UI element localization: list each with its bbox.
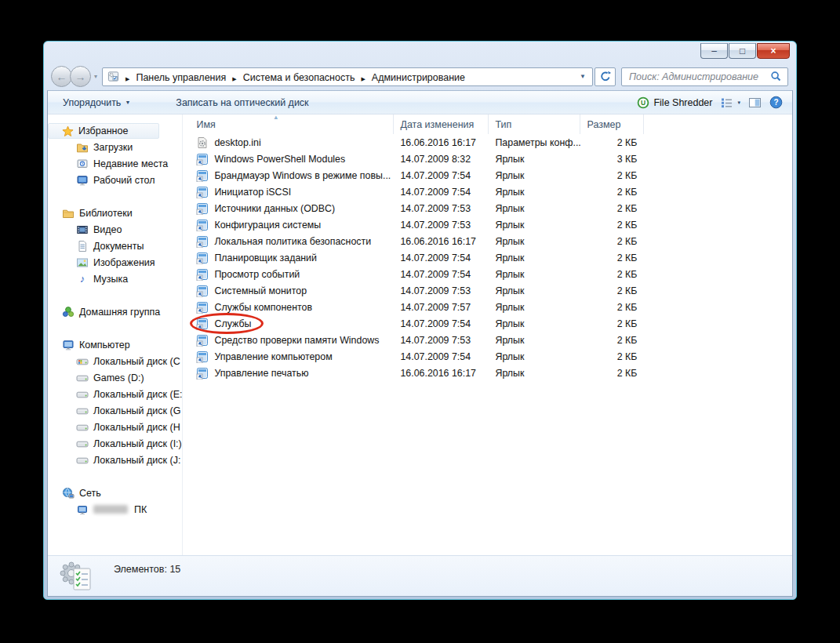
file-date-cell: 14.07.2009 7:54 [394, 170, 489, 181]
video-icon [76, 223, 89, 236]
file-name-cell[interactable]: Просмотр событий [183, 268, 394, 281]
maximize-button[interactable]: □ [729, 43, 756, 59]
table-row[interactable]: Планировщик заданий14.07.2009 7:54Ярлык2… [183, 249, 792, 266]
sidebar-item-folder-download[interactable]: Загрузки [48, 139, 182, 155]
breadcrumb-item[interactable]: Система и безопасность [243, 72, 355, 83]
pictures-icon [76, 256, 89, 269]
column-header-0[interactable]: Имя [183, 114, 394, 134]
table-row[interactable]: Просмотр событий14.07.2009 7:54Ярлык2 КБ [183, 266, 792, 282]
file-name-cell[interactable]: desktop.ini [183, 136, 394, 149]
sidebar-item-recent-places[interactable]: Недавние места [48, 155, 182, 172]
file-name-cell[interactable]: Средство проверки памяти Windows [183, 334, 394, 347]
forward-button[interactable]: → [70, 66, 91, 87]
back-button[interactable]: ← [51, 66, 72, 87]
refresh-button[interactable] [595, 67, 616, 86]
sidebar-item-workstation[interactable]: ПК [48, 501, 182, 518]
chevron-down-icon: ▼ [125, 100, 130, 105]
search-input[interactable] [627, 71, 770, 83]
table-row[interactable]: Брандмауэр Windows в режиме повы...14.07… [183, 167, 792, 183]
help-button[interactable]: ? [769, 96, 783, 109]
titlebar[interactable]: – □ × [44, 42, 796, 66]
document-icon [76, 240, 89, 252]
file-name-cell[interactable]: Локальная политика безопасности [183, 235, 394, 248]
breadcrumb-separator-icon[interactable]: ▶ [361, 76, 365, 82]
main-area: ИзбранноеЗагрузкиНедавние местаРабочий с… [48, 114, 792, 555]
sidebar-item-drive[interactable]: Локальный диск (J: [48, 452, 182, 468]
file-name-cell[interactable]: Конфигурация системы [183, 219, 394, 231]
file-name-cell[interactable]: Инициатор iSCSI [183, 186, 394, 198]
sidebar-item-computer[interactable]: Компьютер [48, 336, 182, 353]
sidebar-item-document[interactable]: Документы [48, 238, 182, 254]
file-name-cell[interactable]: Источники данных (ODBC) [183, 202, 394, 215]
shortcut-icon [196, 268, 209, 281]
shortcut-icon [196, 186, 209, 198]
table-row[interactable]: desktop.ini16.06.2016 16:17Параметры кон… [183, 134, 792, 151]
file-name-cell[interactable]: Windows PowerShell Modules [183, 153, 394, 165]
file-shredder-button[interactable]: U File Shredder [637, 96, 712, 109]
file-name-label: Службы компонентов [214, 302, 312, 313]
back-icon: ← [56, 71, 67, 83]
table-row[interactable]: Службы14.07.2009 7:54Ярлык2 КБ [183, 315, 792, 332]
sidebar-item-drive[interactable]: Локальный диск (I:) [48, 435, 182, 452]
breadcrumb-separator-icon[interactable]: ▶ [125, 76, 129, 82]
table-row[interactable]: Локальная политика безопасности16.06.201… [183, 233, 792, 249]
views-button[interactable]: ▾ [720, 96, 740, 109]
sidebar-item-drive-system[interactable]: Локальный диск (C [48, 353, 182, 369]
organize-label: Упорядочить [63, 97, 121, 108]
sidebar-item-drive[interactable]: Локальный диск (G [48, 402, 182, 419]
column-header-2[interactable]: Тип [489, 114, 580, 134]
close-button[interactable]: × [757, 43, 790, 59]
column-header-1[interactable]: Дата изменения [394, 114, 489, 134]
file-name-cell[interactable]: Планировщик заданий [183, 252, 394, 264]
search-icon[interactable] [770, 71, 782, 82]
table-row[interactable]: Управление компьютером14.07.2009 7:54Ярл… [183, 348, 792, 365]
sidebar-item-libraries[interactable]: Библиотеки [48, 205, 182, 221]
table-row[interactable]: Системный монитор14.07.2009 7:53Ярлык2 К… [183, 282, 792, 299]
libraries-icon [62, 207, 75, 220]
table-row[interactable]: Конфигурация системы14.07.2009 7:53Ярлык… [183, 216, 792, 233]
organize-button[interactable]: Упорядочить ▼ [63, 97, 130, 108]
sidebar-item-drive[interactable]: Games (D:) [48, 369, 182, 386]
file-name-cell[interactable]: Управление компьютером [183, 351, 394, 363]
file-name-cell[interactable]: Управление печатью [183, 367, 394, 380]
file-name-cell[interactable]: Брандмауэр Windows в режиме повы... [183, 169, 394, 182]
preview-pane-button[interactable] [748, 96, 762, 109]
file-date-cell: 14.07.2009 7:54 [394, 269, 489, 280]
burn-disc-button[interactable]: Записать на оптический диск [176, 97, 308, 108]
table-row[interactable]: Источники данных (ODBC)14.07.2009 7:53Яр… [183, 200, 792, 216]
breadcrumb-item[interactable]: Панель управления [136, 72, 226, 83]
file-date-cell: 14.07.2009 7:53 [394, 285, 489, 296]
table-row[interactable]: Средство проверки памяти Windows14.07.20… [183, 332, 792, 348]
sidebar-item-music[interactable]: ♪Музыка [48, 271, 182, 287]
file-date-cell: 14.07.2009 7:54 [394, 351, 489, 362]
table-row[interactable]: Инициатор iSCSI14.07.2009 7:54Ярлык2 КБ [183, 183, 792, 200]
toolbar-right-group: U File Shredder ▾ ? [637, 96, 783, 109]
file-name-cell[interactable]: Службы компонентов [183, 301, 394, 314]
column-header-3[interactable]: Размер [580, 114, 644, 134]
address-dropdown-icon[interactable]: ▼ [580, 73, 587, 80]
file-type-cell: Ярлык [489, 318, 580, 329]
sidebar-item-video[interactable]: Видео [48, 221, 182, 238]
sidebar-item-pictures[interactable]: Изображения [48, 254, 182, 271]
file-name-label: Средство проверки памяти Windows [214, 335, 379, 346]
sidebar-item-homegroup[interactable]: Домашняя группа [48, 303, 182, 320]
table-row[interactable]: Управление печатью16.06.2016 16:17Ярлык2… [183, 365, 792, 381]
breadcrumb-item[interactable]: Администрирование [372, 72, 465, 83]
sidebar-item-drive[interactable]: Локальный диск (E: [48, 386, 182, 402]
address-bar[interactable]: ▶Панель управления▶Система и безопасност… [102, 67, 593, 86]
sidebar-item-drive[interactable]: Локальный диск (H [48, 419, 182, 435]
breadcrumb-separator-icon[interactable]: ▶ [232, 76, 236, 82]
file-date-cell: 14.07.2009 7:54 [394, 252, 489, 263]
table-row[interactable]: Windows PowerShell Modules14.07.2009 8:3… [183, 151, 792, 167]
minimize-button[interactable]: – [700, 43, 728, 59]
file-name-cell[interactable]: Системный монитор [183, 285, 394, 297]
table-row[interactable]: Службы компонентов14.07.2009 7:57Ярлык2 … [183, 299, 792, 315]
file-date-cell: 14.07.2009 7:54 [394, 318, 489, 329]
recent-pages-dropdown[interactable]: ▾ [94, 73, 97, 80]
burn-disc-label: Записать на оптический диск [176, 97, 308, 108]
sidebar-item-network[interactable]: Сеть [48, 485, 182, 501]
sidebar-item-desktop[interactable]: Рабочий стол [48, 172, 182, 188]
file-date-cell: 14.07.2009 7:53 [394, 203, 489, 214]
file-name-cell[interactable]: Службы [183, 318, 394, 330]
sidebar-item-star[interactable]: Избранное [48, 123, 159, 139]
